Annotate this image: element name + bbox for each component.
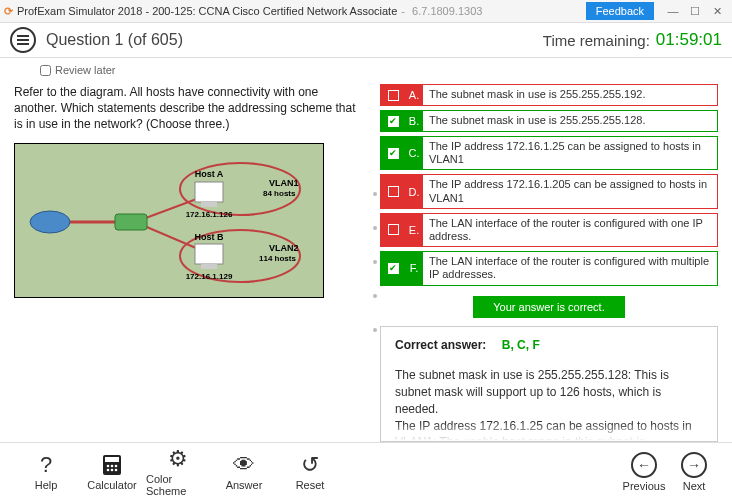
footer-toolbar: ?Help Calculator ⚙Color Scheme 👁Answer ↺…: [0, 442, 732, 500]
option-letter: B.: [405, 111, 423, 131]
option-text: The LAN interface of the router is confi…: [423, 214, 717, 246]
feedback-button[interactable]: Feedback: [586, 2, 654, 20]
svg-point-3: [30, 211, 70, 233]
review-later-checkbox[interactable]: [40, 65, 51, 76]
previous-button[interactable]: ←Previous: [620, 452, 668, 492]
svg-rect-10: [201, 264, 217, 269]
vlan1-label: VLAN1: [269, 178, 299, 188]
question-text: Refer to the diagram. All hosts have con…: [14, 84, 360, 133]
exam-name: 200-125: CCNA Cisco Certified Network As…: [152, 5, 397, 17]
host-b-ip: 172.16.1.129: [186, 272, 233, 281]
svg-point-18: [115, 468, 118, 471]
option-B[interactable]: ✔B.The subnet mask in use is 255.255.255…: [380, 110, 718, 132]
gear-icon: ⚙: [168, 447, 188, 471]
option-F[interactable]: ✔F.The LAN interface of the router is co…: [380, 251, 718, 285]
result-message: Your answer is correct.: [473, 296, 624, 318]
option-D[interactable]: D.The IP address 172.16.1.205 can be ass…: [380, 174, 718, 208]
option-letter: E.: [405, 214, 423, 246]
arrow-left-icon: ←: [631, 452, 657, 478]
answer-panel: A.The subnet mask in use is 255.255.255.…: [380, 82, 732, 442]
help-button[interactable]: ?Help: [14, 453, 78, 491]
option-letter: C.: [405, 137, 423, 169]
timer-label: Time remaining:: [543, 32, 650, 49]
question-panel: Refer to the diagram. All hosts have con…: [0, 82, 370, 442]
option-text: The subnet mask in use is 255.255.255.12…: [423, 111, 717, 131]
option-letter: F.: [405, 252, 423, 284]
splitter[interactable]: [370, 82, 380, 442]
header: Question 1 (of 605) Time remaining: 01:5…: [0, 22, 732, 58]
reset-icon: ↺: [301, 453, 319, 477]
option-text: The LAN interface of the router is confi…: [423, 252, 717, 284]
explanation-text: The subnet mask in use is 255.255.255.12…: [395, 367, 703, 442]
close-button[interactable]: ✕: [706, 5, 728, 18]
correct-answer-label: Correct answer:: [395, 338, 486, 352]
svg-rect-7: [201, 202, 217, 207]
help-icon: ?: [40, 453, 52, 477]
app-version: 6.7.1809.1303: [412, 5, 482, 17]
maximize-button[interactable]: ☐: [684, 5, 706, 18]
eye-icon: 👁: [233, 453, 255, 477]
menu-button[interactable]: [10, 27, 36, 53]
host-b-label: Host B: [195, 232, 225, 242]
review-later-row: Review later: [0, 58, 732, 82]
svg-point-17: [111, 468, 114, 471]
app-name: ProfExam Simulator 2018: [17, 5, 142, 17]
svg-point-16: [107, 468, 110, 471]
calculator-button[interactable]: Calculator: [80, 453, 144, 491]
svg-point-15: [115, 464, 118, 467]
reset-button[interactable]: ↺Reset: [278, 453, 342, 491]
titlebar: ⟳ ProfExam Simulator 2018 - 200-125: CCN…: [0, 0, 732, 22]
explanation-box: Correct answer: B, C, F The subnet mask …: [380, 326, 718, 443]
svg-point-13: [107, 464, 110, 467]
next-button[interactable]: →Next: [670, 452, 718, 492]
answer-button[interactable]: 👁Answer: [212, 453, 276, 491]
option-text: The IP address 172.16.1.205 can be assig…: [423, 175, 717, 207]
option-checkbox[interactable]: [381, 175, 405, 207]
minimize-button[interactable]: —: [662, 5, 684, 17]
question-counter: Question 1 (of 605): [46, 31, 183, 49]
vlan2-hosts: 114 hosts: [259, 254, 296, 263]
option-checkbox[interactable]: ✔: [381, 111, 405, 131]
timer-value: 01:59:01: [656, 30, 722, 50]
calculator-icon: [102, 453, 122, 477]
option-E[interactable]: E.The LAN interface of the router is con…: [380, 213, 718, 247]
option-letter: A.: [405, 85, 423, 105]
option-checkbox[interactable]: [381, 214, 405, 246]
correct-answer-value: B, C, F: [502, 338, 540, 352]
host-a-label: Host A: [195, 169, 224, 179]
host-a-ip: 172.16.1.126: [186, 210, 233, 219]
svg-rect-6: [195, 182, 223, 202]
review-later-label: Review later: [55, 64, 116, 76]
network-diagram: Host A 172.16.1.126 VLAN1 84 hosts Host …: [14, 143, 324, 298]
svg-rect-9: [195, 244, 223, 264]
option-checkbox[interactable]: [381, 85, 405, 105]
option-text: The subnet mask in use is 255.255.255.19…: [423, 85, 717, 105]
svg-rect-12: [105, 457, 119, 462]
svg-rect-4: [115, 214, 147, 230]
svg-point-14: [111, 464, 114, 467]
arrow-right-icon: →: [681, 452, 707, 478]
app-logo: ⟳: [4, 5, 13, 18]
option-letter: D.: [405, 175, 423, 207]
vlan2-label: VLAN2: [269, 243, 299, 253]
option-C[interactable]: ✔C.The IP address 172.16.1.25 can be ass…: [380, 136, 718, 170]
color-scheme-button[interactable]: ⚙Color Scheme: [146, 447, 210, 497]
option-checkbox[interactable]: ✔: [381, 252, 405, 284]
option-checkbox[interactable]: ✔: [381, 137, 405, 169]
vlan1-hosts: 84 hosts: [263, 189, 296, 198]
option-A[interactable]: A.The subnet mask in use is 255.255.255.…: [380, 84, 718, 106]
option-text: The IP address 172.16.1.25 can be assign…: [423, 137, 717, 169]
